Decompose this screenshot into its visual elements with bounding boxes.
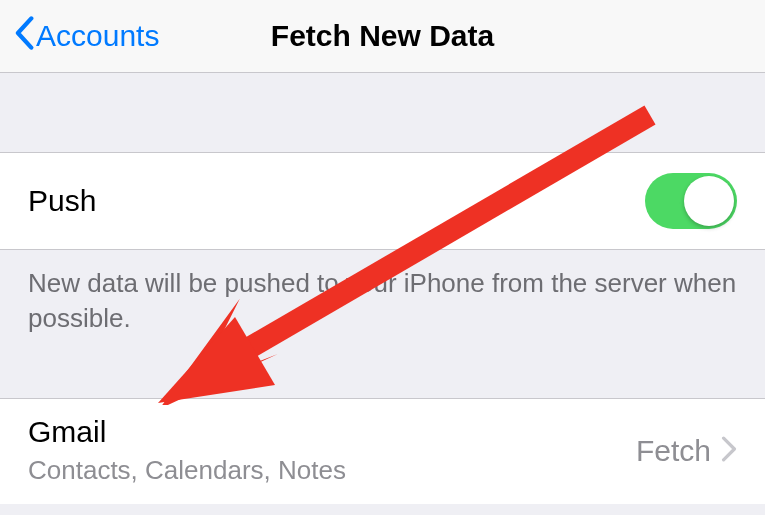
back-button[interactable]: Accounts <box>14 16 159 57</box>
chevron-right-icon <box>721 436 737 466</box>
account-name: Gmail <box>28 415 346 449</box>
account-info: Gmail Contacts, Calendars, Notes <box>28 415 346 486</box>
push-row: Push <box>0 153 765 250</box>
account-mode-group: Fetch <box>636 434 737 468</box>
chevron-left-icon <box>14 16 34 57</box>
account-fetch-mode: Fetch <box>636 434 711 468</box>
page-title: Fetch New Data <box>271 19 494 53</box>
back-button-label: Accounts <box>36 19 159 53</box>
toggle-knob <box>684 176 734 226</box>
section-spacer <box>0 354 765 399</box>
section-spacer <box>0 73 765 153</box>
push-label: Push <box>28 184 96 218</box>
account-row-gmail[interactable]: Gmail Contacts, Calendars, Notes Fetch <box>0 399 765 504</box>
push-description: New data will be pushed to your iPhone f… <box>0 250 765 354</box>
account-subtitle: Contacts, Calendars, Notes <box>28 455 346 486</box>
push-toggle[interactable] <box>645 173 737 229</box>
nav-bar: Accounts Fetch New Data <box>0 0 765 73</box>
